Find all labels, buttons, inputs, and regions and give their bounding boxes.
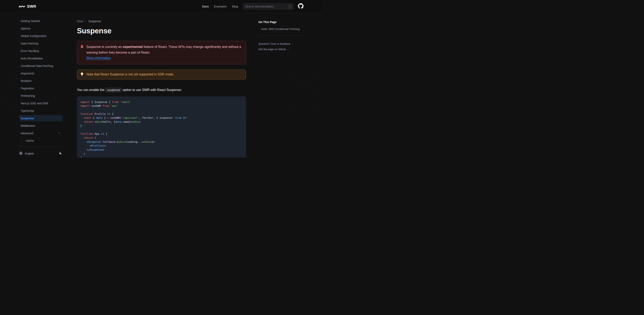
sidebar-item-label: Global Configuration (21, 34, 47, 38)
sidebar-item-data-fetching[interactable]: Data Fetching (19, 40, 62, 46)
police-car-light-icon (80, 44, 84, 61)
nav-link-docs[interactable]: Docs (202, 5, 209, 8)
github-link[interactable] (298, 3, 304, 10)
chevron-down-icon (58, 132, 60, 134)
sidebar-item-auto-revalidation[interactable]: Auto Revalidation (19, 55, 62, 62)
code-line: function Profile () { (80, 112, 242, 116)
sidebar-item-suspense[interactable]: Suspense (19, 115, 62, 121)
breadcrumb: Docs Suspense (77, 20, 246, 23)
feedback-link[interactable]: Question? Give us feedback → (258, 42, 304, 45)
code-line: <Profile/> (80, 144, 242, 148)
toc-item[interactable]: Note: With Conditional Fetching (258, 28, 304, 30)
intro-paragraph: You can enable the suspense option to us… (77, 88, 246, 92)
slash-kbd: / (288, 4, 292, 9)
code-line: import { Suspense } from 'react' (80, 100, 242, 104)
suspense-inline-code: suspense (105, 88, 122, 92)
sidebar-item-label: Auto Revalidation (21, 57, 43, 60)
globe-icon (19, 152, 22, 156)
code-line: } (80, 124, 242, 128)
sidebar-item-arguments[interactable]: Arguments (19, 70, 62, 76)
nav-link-examples[interactable]: Examples (214, 5, 227, 8)
sidebar-item-global-configuration[interactable]: Global Configuration (19, 33, 62, 39)
code-line: import useSWR from 'swr' (80, 104, 242, 108)
search-input[interactable] (242, 3, 294, 10)
breadcrumb-docs[interactable]: Docs (77, 20, 84, 23)
header: SWR DocsExamplesBlog / (0, 0, 322, 13)
search-box: / (242, 3, 294, 10)
swr-wave-icon (19, 5, 25, 8)
theme-toggle[interactable] (59, 152, 62, 156)
code-line: return ( (80, 136, 242, 140)
sidebar-item-label: Pagination (21, 87, 34, 90)
sidebar-nav: Getting StartedOptionsGlobal Configurati… (19, 18, 62, 146)
sidebar-item-mutation[interactable]: Mutation (19, 78, 62, 84)
toc-sidebar: On This Page Note: With Conditional Fetc… (255, 13, 307, 158)
sidebar-item-pagination[interactable]: Pagination (19, 85, 62, 92)
experimental-warning-callout: Suspense is currently an experimental fe… (77, 41, 246, 64)
code-line: <Suspense fallback={<div>loading...</div… (80, 140, 242, 144)
code-line: return <div>hello, {data.name}</div> (80, 120, 242, 124)
toc-links: Question? Give us feedback →Edit this pa… (258, 42, 304, 51)
breadcrumb-current: Suspense (88, 20, 101, 23)
top-nav: DocsExamplesBlog (202, 5, 238, 8)
sidebar-item-label: Data Fetching (21, 42, 38, 45)
swr-logo[interactable]: SWR (19, 4, 36, 9)
language-selector[interactable]: English (19, 152, 34, 156)
sidebar-item-label: Cache (26, 139, 34, 142)
chevron-right-icon (84, 20, 87, 23)
sidebar-item-label: Mutation (21, 79, 32, 82)
code-line: const { data } = useSWR('/api/user', fet… (80, 116, 242, 120)
nav-link-blog[interactable]: Blog (232, 5, 238, 8)
sidebar-item-label: Error Handling (21, 49, 39, 52)
sidebar-item-advanced[interactable]: Advanced (19, 130, 62, 136)
code-line (80, 108, 242, 112)
page-title: Suspense (77, 27, 246, 35)
sidebar-item-middleware[interactable]: Middleware (19, 122, 62, 129)
warning-text-bold: experimental (123, 45, 143, 48)
note-text: Note that React Suspense is not yet supp… (86, 72, 174, 77)
sidebar-item-options[interactable]: Options (19, 25, 62, 32)
sidebar-item-label: Options (21, 27, 30, 30)
toc-title: On This Page (258, 20, 304, 24)
code-lines: import { Suspense } from 'react'import u… (80, 100, 242, 158)
sidebar-item-label: Prefetching (21, 94, 35, 98)
sidebar-item-typescript[interactable]: TypeScript (19, 108, 62, 114)
code-line (80, 128, 242, 132)
toc-items: Note: With Conditional Fetching (258, 28, 304, 30)
page-background: Getting StartedOptionsGlobal Configurati… (0, 13, 322, 158)
code-block: import { Suspense } from 'react'import u… (77, 96, 246, 158)
sidebar-item-error-handling[interactable]: Error Handling (19, 48, 62, 54)
sidebar-item-label: Advanced (21, 132, 33, 135)
sidebar-item-next-js-ssg-and-ssr[interactable]: Next.js SSG and SSR (19, 100, 62, 106)
logo-text: SWR (27, 4, 36, 9)
paragraph-before: You can enable the (77, 88, 106, 92)
sidebar-item-label: Middleware (21, 124, 35, 127)
code-line: function App () { (80, 132, 242, 136)
sidebar-item-cache[interactable]: Cache (24, 138, 62, 144)
ssr-note-callout: Note that React Suspense is not yet supp… (77, 70, 246, 80)
sidebar-item-label: Arguments (21, 72, 34, 75)
light-bulb-icon (80, 72, 84, 77)
warning-text-before: Suspense is currently an (86, 45, 123, 48)
sidebar-item-label: Suspense (21, 117, 34, 120)
sidebar-item-conditional-data-fetching[interactable]: Conditional Data Fetching (19, 63, 62, 69)
language-label: English (25, 152, 34, 155)
sidebar-item-label: Getting Started (21, 20, 40, 23)
code-line: </Suspense> (80, 148, 242, 152)
sidebar-item-getting-started[interactable]: Getting Started (19, 18, 62, 24)
paragraph-after: option to use SWR with React Suspense: (122, 88, 182, 92)
main-content: Docs Suspense Suspense Suspens (67, 13, 255, 158)
code-line: } (80, 156, 242, 158)
sidebar-footer: English (19, 146, 62, 158)
sidebar: Getting StartedOptionsGlobal Configurati… (16, 13, 67, 158)
code-line: ) (80, 152, 242, 156)
edit-page-link[interactable]: Edit this page on GitHub → (258, 48, 304, 51)
sidebar-item-label: Next.js SSG and SSR (21, 102, 48, 105)
sidebar-item-label: TypeScript (21, 109, 34, 112)
sidebar-item-label: Conditional Data Fetching (21, 64, 53, 68)
github-icon (298, 3, 304, 10)
moon-icon (59, 152, 62, 156)
sidebar-item-prefetching[interactable]: Prefetching (19, 92, 62, 99)
more-information-link[interactable]: More information (86, 56, 111, 60)
